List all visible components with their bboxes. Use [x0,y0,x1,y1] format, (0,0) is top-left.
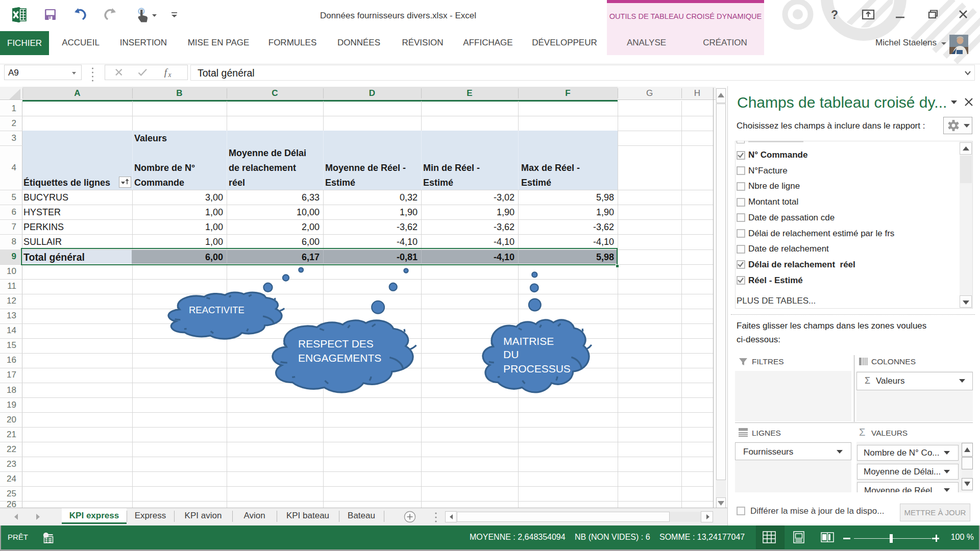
svg-text:?: ? [831,8,838,21]
svg-text:x: x [168,71,172,79]
